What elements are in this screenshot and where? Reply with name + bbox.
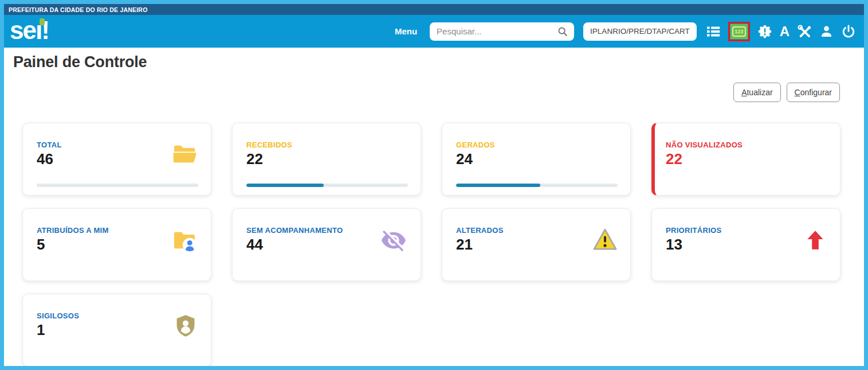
tools-icon[interactable] (797, 24, 812, 39)
card-value: 1 (37, 322, 79, 338)
card-recebidos[interactable]: RECEBIDOS 22 (232, 123, 421, 196)
folder-user-icon (171, 227, 198, 254)
card-label: ATRIBUÍDOS A MIM (37, 226, 109, 235)
search-input[interactable] (430, 22, 574, 41)
header-icon-bar: 123 A (706, 22, 856, 41)
user-icon[interactable] (819, 24, 834, 38)
counters-123-label: 123 (732, 26, 746, 37)
progress-track (456, 184, 618, 187)
progress-fill (456, 184, 540, 187)
page-title: Painel de Controle (13, 53, 855, 71)
card-value: 21 (456, 236, 504, 252)
card-value: 22 (666, 151, 743, 167)
gov-banner: PREFEITURA DA CIDADE DO RIO DE JANEIRO (4, 4, 864, 15)
card-label: SEM ACOMPANHAMENTO (246, 226, 343, 235)
card-alterados[interactable]: ALTERADOS 21 (442, 208, 631, 281)
logo-green-dot (40, 18, 45, 25)
atualizar-button[interactable]: Atualizar (733, 83, 780, 102)
main-content: Painel de Controle Atualizar Configurar … (4, 48, 864, 366)
card-prioritarios[interactable]: PRIORITÁRIOS 13 (651, 208, 840, 281)
app-window: PREFEITURA DA CIDADE DO RIO DE JANEIRO s… (4, 4, 864, 366)
search-wrap (430, 22, 574, 41)
shield-user-icon (173, 313, 198, 339)
card-sigilosos[interactable]: SIGILOSOS 1 (22, 294, 211, 366)
font-size-icon[interactable]: A (780, 25, 790, 38)
search-icon[interactable] (556, 25, 569, 40)
card-value: 5 (37, 236, 109, 252)
card-value: 44 (246, 236, 343, 252)
alert-badge-icon[interactable] (757, 24, 772, 39)
card-nao-visualizados[interactable]: NÃO VISUALIZADOS 22 (651, 123, 840, 196)
annotation-highlight: 123 (728, 22, 750, 41)
cards-grid: TOTAL 46 RECEBIDOS (22, 123, 855, 366)
card-value: 24 (456, 151, 495, 167)
warning-triangle-icon (592, 227, 618, 251)
menu-button[interactable]: Menu (395, 26, 417, 36)
power-icon[interactable] (841, 24, 856, 39)
card-sem-acompanhamento[interactable]: SEM ACOMPANHAMENTO 44 (232, 208, 421, 281)
card-label: NÃO VISUALIZADOS (666, 141, 743, 149)
card-value: 22 (246, 151, 292, 167)
card-label: ALTERADOS (456, 226, 504, 235)
card-value: 46 (37, 151, 62, 167)
card-label: RECEBIDOS (246, 141, 292, 149)
action-buttons: Atualizar Configurar (13, 83, 840, 102)
list-icon[interactable] (706, 25, 721, 38)
card-label: SIGILOSOS (37, 311, 79, 320)
arrow-up-icon (803, 227, 827, 254)
configurar-button[interactable]: Configurar (787, 83, 840, 102)
top-header: seı! Menu IPLANRIO/PRE/DTAP/CART (4, 15, 864, 48)
card-atribuidos-a-mim[interactable]: ATRIBUÍDOS A MIM 5 (22, 208, 211, 281)
card-label: TOTAL (37, 141, 62, 149)
unit-selector-button[interactable]: IPLANRIO/PRE/DTAP/CART (583, 22, 697, 41)
card-value: 13 (666, 236, 722, 252)
counters-123-icon[interactable]: 123 (730, 24, 748, 39)
card-total[interactable]: TOTAL 46 (22, 123, 211, 196)
folder-open-icon (171, 142, 198, 167)
card-gerados[interactable]: GERADOS 24 (442, 123, 631, 196)
card-label: PRIORITÁRIOS (666, 226, 722, 235)
gov-banner-text: PREFEITURA DA CIDADE DO RIO DE JANEIRO (9, 6, 148, 13)
eye-off-icon (379, 227, 408, 254)
sei-logo[interactable]: seı! (10, 18, 49, 43)
progress-fill (246, 184, 324, 187)
card-label: GERADOS (456, 141, 495, 149)
progress-track (246, 184, 408, 187)
progress-track (37, 184, 198, 187)
